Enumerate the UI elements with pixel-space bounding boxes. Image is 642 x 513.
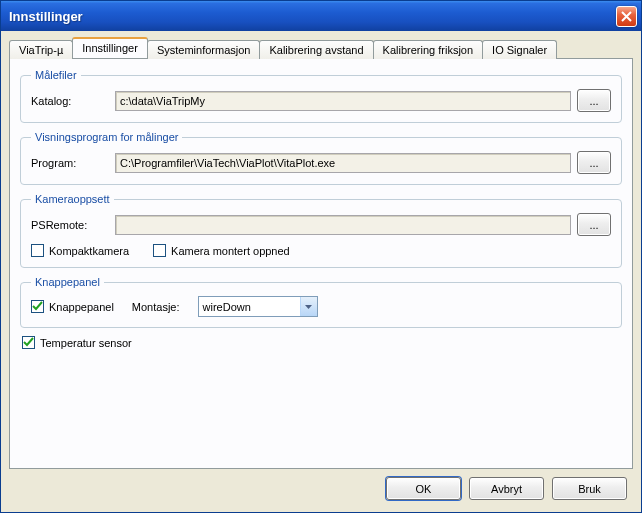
group-kameraoppsett: Kameraoppsett PSRemote: ... Kompaktkamer… xyxy=(20,193,622,268)
kompaktkamera-option[interactable]: Kompaktkamera xyxy=(31,244,129,257)
dialog-button-bar: OK Avbryt Bruk xyxy=(9,469,633,504)
titlebar: Innstillinger xyxy=(1,1,641,31)
montasje-value: wireDown xyxy=(203,301,251,313)
kamera-montert-checkbox[interactable] xyxy=(153,244,166,257)
temperatur-option[interactable]: Temperatur sensor xyxy=(22,336,132,349)
chevron-down-icon xyxy=(300,297,317,316)
tab-kalibrering-friksjon[interactable]: Kalibrering friksjon xyxy=(373,40,483,59)
temperatur-label: Temperatur sensor xyxy=(40,337,132,349)
psremote-input[interactable] xyxy=(115,215,571,235)
tab-viatrip[interactable]: ViaTrip-µ xyxy=(9,40,73,59)
window-title: Innstillinger xyxy=(9,9,83,24)
knappepanel-label: Knappepanel xyxy=(49,301,114,313)
close-button[interactable] xyxy=(616,6,637,27)
legend-visningsprogram: Visningsprogram for målinger xyxy=(31,131,182,143)
settings-window: Innstillinger ViaTrip-µ Innstillinger Sy… xyxy=(0,0,642,513)
tab-io-signaler[interactable]: IO Signaler xyxy=(482,40,557,59)
temperatur-checkbox[interactable] xyxy=(22,336,35,349)
knappepanel-checkbox[interactable] xyxy=(31,300,44,313)
kamera-montert-option[interactable]: Kamera montert oppned xyxy=(153,244,290,257)
tab-strip: ViaTrip-µ Innstillinger Systeminformasjo… xyxy=(9,37,633,58)
katalog-browse-button[interactable]: ... xyxy=(577,89,611,112)
psremote-label: PSRemote: xyxy=(31,219,109,231)
legend-kameraoppsett: Kameraoppsett xyxy=(31,193,114,205)
montasje-label: Montasje: xyxy=(132,301,180,313)
kamera-montert-label: Kamera montert oppned xyxy=(171,245,290,257)
tab-panel: Målefiler Katalog: ... Visningsprogram f… xyxy=(9,58,633,469)
program-label: Program: xyxy=(31,157,109,169)
tab-kalibrering-avstand[interactable]: Kalibrering avstand xyxy=(259,40,373,59)
group-knappepanel: Knappepanel Knappepanel Montasje: wireDo… xyxy=(20,276,622,328)
montasje-select[interactable]: wireDown xyxy=(198,296,318,317)
apply-button[interactable]: Bruk xyxy=(552,477,627,500)
ok-button[interactable]: OK xyxy=(386,477,461,500)
close-icon xyxy=(621,11,632,22)
psremote-browse-button[interactable]: ... xyxy=(577,213,611,236)
katalog-label: Katalog: xyxy=(31,95,109,107)
program-input[interactable] xyxy=(115,153,571,173)
group-malefiler: Målefiler Katalog: ... xyxy=(20,69,622,123)
group-visningsprogram: Visningsprogram for målinger Program: ..… xyxy=(20,131,622,185)
cancel-button[interactable]: Avbryt xyxy=(469,477,544,500)
content-area: ViaTrip-µ Innstillinger Systeminformasjo… xyxy=(1,31,641,512)
kompaktkamera-checkbox[interactable] xyxy=(31,244,44,257)
tab-innstillinger[interactable]: Innstillinger xyxy=(72,37,148,58)
legend-knappepanel: Knappepanel xyxy=(31,276,104,288)
legend-malefiler: Målefiler xyxy=(31,69,81,81)
knappepanel-option[interactable]: Knappepanel xyxy=(31,300,114,313)
kompaktkamera-label: Kompaktkamera xyxy=(49,245,129,257)
tab-systeminformasjon[interactable]: Systeminformasjon xyxy=(147,40,261,59)
program-browse-button[interactable]: ... xyxy=(577,151,611,174)
katalog-input[interactable] xyxy=(115,91,571,111)
